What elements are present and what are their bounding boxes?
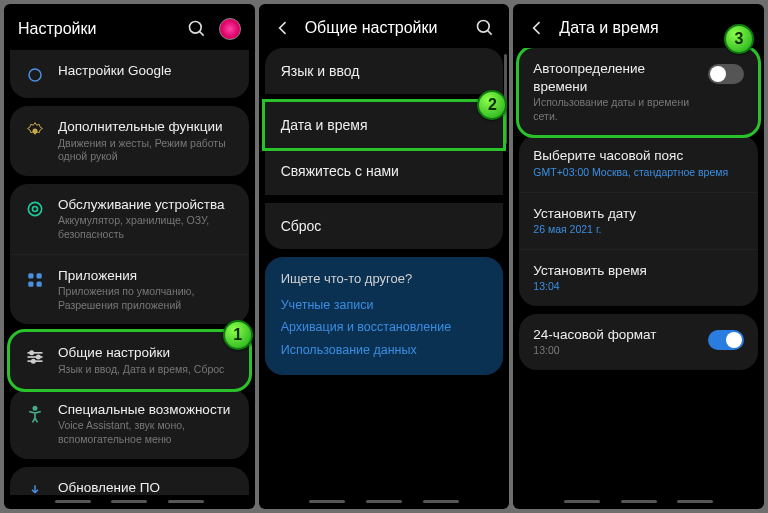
settings-screen: Настройки Настройки Google Дополнительны… (4, 4, 255, 509)
general-settings-screen: Общие настройки Язык и ввод 2 Дата и вре… (259, 4, 510, 509)
svg-point-14 (37, 356, 40, 359)
date-time-screen: Дата и время 3 Автоопределение времени И… (513, 4, 764, 509)
accessibility-icon (24, 403, 46, 425)
svg-point-5 (33, 206, 38, 211)
item-auto-time[interactable]: Автоопределение времени Использование да… (519, 48, 758, 135)
search-icon[interactable] (187, 19, 207, 39)
settings-item-apps[interactable]: Приложения Приложения по умолчанию, Разр… (10, 254, 249, 325)
item-24h-format[interactable]: 24-часовой формат 13:00 (519, 314, 758, 370)
device-care-icon (24, 198, 46, 220)
svg-point-0 (189, 22, 201, 34)
nav-bar (259, 495, 510, 509)
step-badge-3: 3 (724, 24, 754, 54)
item-language-input[interactable]: Язык и ввод (265, 48, 504, 94)
settings-item-device-care[interactable]: Обслуживание устройства Аккумулятор, хра… (10, 184, 249, 254)
settings-item-update[interactable]: Обновление ПО Загрузка обновлений, после… (10, 467, 249, 496)
settings-item-google[interactable]: Настройки Google (10, 50, 249, 98)
apps-icon (24, 269, 46, 291)
svg-point-16 (33, 406, 36, 409)
svg-point-15 (32, 360, 35, 363)
svg-point-13 (30, 352, 33, 355)
header: Общие настройки (259, 4, 510, 48)
nav-bar (4, 495, 255, 509)
suggestions-box: Ищете что-то другое? Учетные записи Архи… (265, 257, 504, 376)
link-accounts[interactable]: Учетные записи (281, 294, 488, 317)
item-date-time-highlighted: 2 Дата и время (262, 99, 507, 151)
settings-item-general-highlighted: 1 Общие настройки Язык и ввод, Дата и вр… (7, 329, 252, 391)
download-icon (24, 481, 46, 496)
item-timezone[interactable]: Выберите часовой пояс GMT+03:00 Москва, … (519, 135, 758, 191)
header: Настройки (4, 4, 255, 50)
date-time-list: Автоопределение времени Использование да… (513, 48, 764, 495)
svg-line-1 (199, 32, 203, 36)
back-icon[interactable] (273, 18, 293, 38)
svg-rect-9 (37, 281, 42, 286)
item-date-time[interactable]: Дата и время (265, 102, 504, 148)
avatar[interactable] (219, 18, 241, 40)
item-set-time[interactable]: Установить время 13:04 (519, 249, 758, 306)
google-icon (24, 64, 46, 86)
link-backup[interactable]: Архивация и восстановление (281, 316, 488, 339)
settings-item-additional[interactable]: Дополнительные функции Движения и жесты,… (10, 106, 249, 176)
settings-list: Настройки Google Дополнительные функции … (4, 50, 255, 495)
auto-time-toggle[interactable] (708, 64, 744, 84)
search-icon[interactable] (475, 18, 495, 38)
svg-line-19 (488, 31, 492, 35)
auto-time-highlighted: Автоопределение времени Использование да… (516, 48, 761, 138)
settings-item-accessibility[interactable]: Специальные возможности Voice Assistant,… (10, 389, 249, 459)
page-title: Общие настройки (305, 19, 464, 37)
svg-point-2 (29, 69, 41, 81)
24h-toggle[interactable] (708, 330, 744, 350)
item-reset[interactable]: Сброс (265, 203, 504, 249)
settings-item-general[interactable]: Общие настройки Язык и ввод, Дата и врем… (10, 332, 249, 388)
general-list: Язык и ввод 2 Дата и время Свяжитесь с н… (259, 48, 510, 495)
page-title: Настройки (18, 20, 175, 38)
sliders-icon (24, 346, 46, 368)
nav-bar (513, 495, 764, 509)
gear-plus-icon (24, 120, 46, 142)
suggestions-heading: Ищете что-то другое? (281, 271, 488, 286)
svg-rect-6 (28, 273, 33, 278)
svg-point-4 (28, 202, 41, 215)
svg-rect-8 (28, 281, 33, 286)
svg-rect-7 (37, 273, 42, 278)
svg-point-18 (478, 21, 490, 33)
svg-point-3 (33, 129, 38, 134)
item-set-date[interactable]: Установить дату 26 мая 2021 г. (519, 192, 758, 249)
back-icon[interactable] (527, 18, 547, 38)
page-title: Дата и время (559, 19, 750, 37)
step-badge-1: 1 (223, 320, 253, 350)
item-contact-us[interactable]: Свяжитесь с нами (265, 148, 504, 194)
link-data-usage[interactable]: Использование данных (281, 339, 488, 362)
